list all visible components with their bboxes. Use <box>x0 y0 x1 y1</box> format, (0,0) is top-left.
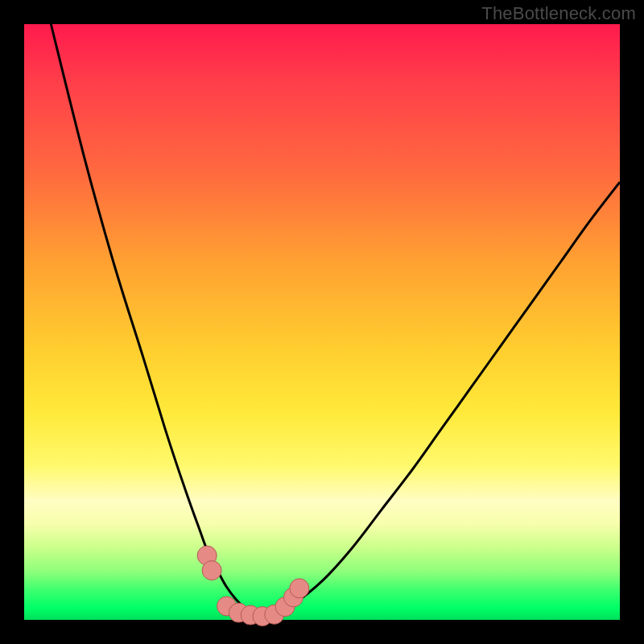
chart-overlay <box>24 24 620 620</box>
marker-group <box>197 546 309 625</box>
right-branch-curve <box>262 182 620 617</box>
chart-frame: TheBottleneck.com <box>0 0 644 644</box>
data-marker <box>290 579 309 598</box>
data-marker <box>202 561 221 580</box>
watermark-text: TheBottleneck.com <box>481 3 636 24</box>
left-branch-curve <box>51 24 262 617</box>
